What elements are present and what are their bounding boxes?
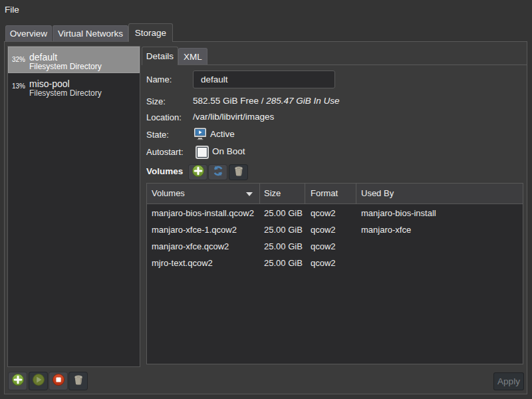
state-running-icon bbox=[193, 126, 207, 144]
size-used-text: 285.47 GiB In Use bbox=[266, 96, 339, 106]
volume-name: manjaro-bios-install.qcow2 bbox=[152, 205, 254, 221]
volume-used-by: manjaro-bios-install bbox=[361, 205, 436, 221]
plus-icon bbox=[11, 373, 25, 389]
pool-usage-percent: 13% bbox=[9, 73, 28, 100]
tab-overview[interactable]: Overview bbox=[5, 25, 52, 41]
delete-pool-button[interactable] bbox=[68, 372, 88, 390]
stop-icon bbox=[52, 373, 65, 389]
volume-format: qcow2 bbox=[311, 238, 336, 255]
trash-icon bbox=[232, 164, 245, 180]
trash-icon bbox=[72, 373, 85, 389]
volume-name: manjaro-xfce-1.qcow2 bbox=[152, 221, 237, 238]
size-free-text: 582.55 GiB Free / bbox=[193, 96, 266, 106]
volume-size: 25.00 GiB bbox=[264, 221, 303, 238]
autostart-label: Autostart: bbox=[146, 147, 184, 157]
pool-usage-percent: 32% bbox=[9, 47, 28, 73]
column-divider bbox=[305, 184, 305, 204]
location-value: /var/lib/libvirt/images bbox=[193, 112, 274, 122]
tab-xml[interactable]: XML bbox=[178, 48, 207, 65]
pool-name: miso-pool bbox=[29, 78, 70, 89]
tab-details[interactable]: Details bbox=[142, 47, 178, 65]
location-label: Location: bbox=[146, 112, 182, 122]
apply-button[interactable]: Apply bbox=[493, 372, 524, 390]
volumes-section-label: Volumes bbox=[146, 166, 183, 176]
column-header-size[interactable]: Size bbox=[264, 184, 281, 203]
add-volume-button[interactable] bbox=[188, 164, 207, 180]
pool-row-miso-pool[interactable]: 13% miso-pool Filesystem Directory bbox=[8, 73, 140, 100]
volume-format: qcow2 bbox=[311, 255, 336, 271]
column-header-format[interactable]: Format bbox=[311, 184, 338, 203]
name-label: Name: bbox=[146, 74, 172, 84]
column-divider bbox=[259, 184, 260, 204]
column-divider bbox=[356, 184, 356, 204]
pool-row-default[interactable]: 32% default Filesystem Directory bbox=[8, 47, 140, 73]
sort-descending-icon bbox=[246, 192, 253, 196]
volume-row[interactable]: manjaro-bios-install.qcow2 25.00 GiB qco… bbox=[147, 205, 523, 221]
add-pool-button[interactable] bbox=[8, 372, 27, 390]
play-icon bbox=[32, 373, 45, 389]
volume-name: mjro-text.qcow2 bbox=[152, 255, 213, 271]
state-label: State: bbox=[146, 130, 169, 140]
column-header-used-by[interactable]: Used By bbox=[361, 184, 394, 203]
refresh-volumes-button[interactable] bbox=[208, 164, 227, 180]
size-label: Size: bbox=[146, 96, 166, 106]
volume-format: qcow2 bbox=[311, 205, 336, 221]
volume-format: qcow2 bbox=[311, 221, 336, 238]
refresh-icon bbox=[211, 164, 225, 180]
volume-used-by: manjaro-xfce bbox=[361, 221, 411, 238]
delete-volume-button[interactable] bbox=[229, 164, 248, 180]
menubar: File bbox=[0, 0, 532, 20]
volume-row[interactable]: manjaro-xfce-1.qcow2 25.00 GiB qcow2 man… bbox=[147, 221, 523, 238]
volume-size: 25.00 GiB bbox=[264, 238, 303, 255]
volume-row[interactable]: manjaro-xfce.qcow2 25.00 GiB qcow2 bbox=[147, 238, 523, 255]
volume-size: 25.00 GiB bbox=[264, 205, 303, 221]
volumes-table-header: Volumes Size Format Used By bbox=[147, 184, 523, 204]
storage-pool-list: 32% default Filesystem Directory 13% mis… bbox=[7, 46, 140, 367]
tab-virtual-networks[interactable]: Virtual Networks bbox=[53, 25, 128, 41]
menu-file[interactable]: File bbox=[5, 5, 19, 15]
tab-storage[interactable]: Storage bbox=[128, 23, 173, 42]
pool-name-input[interactable]: default bbox=[193, 70, 335, 88]
volume-row[interactable]: mjro-text.qcow2 25.00 GiB qcow2 bbox=[147, 255, 523, 271]
connection-details-window: File Overview Virtual Networks Storage 3… bbox=[0, 0, 532, 399]
volume-size: 25.00 GiB bbox=[264, 255, 303, 271]
size-value: 582.55 GiB Free / 285.47 GiB In Use bbox=[193, 96, 340, 106]
stop-pool-button[interactable] bbox=[49, 372, 68, 390]
autostart-checkbox[interactable] bbox=[196, 146, 209, 159]
start-pool-button[interactable] bbox=[29, 372, 48, 390]
pool-type: Filesystem Directory bbox=[29, 88, 102, 98]
volume-name: manjaro-xfce.qcow2 bbox=[152, 238, 229, 255]
autostart-value: On Boot bbox=[212, 146, 245, 156]
plus-icon bbox=[192, 164, 205, 180]
column-header-volumes[interactable]: Volumes bbox=[152, 184, 185, 203]
state-value: Active bbox=[210, 129, 235, 139]
pool-name: default bbox=[29, 52, 57, 63]
volumes-table: Volumes Size Format Used By manjaro-bios… bbox=[146, 183, 523, 364]
pool-type: Filesystem Directory bbox=[29, 62, 102, 71]
